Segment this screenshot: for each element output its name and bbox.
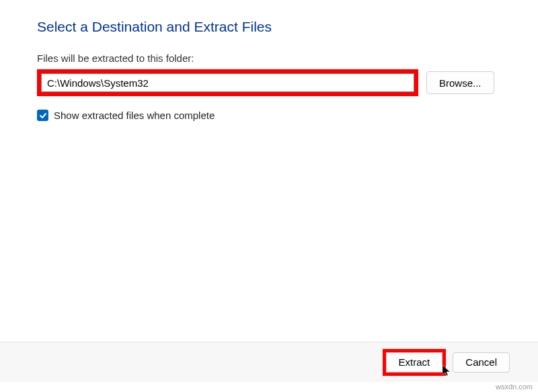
cancel-button[interactable]: Cancel [453, 352, 510, 373]
path-label: Files will be extracted to this folder: [37, 52, 501, 64]
path-input-highlight [37, 69, 418, 96]
destination-path-input[interactable] [41, 73, 414, 92]
path-row: Browse... [37, 69, 501, 96]
watermark: wsxdn.com [496, 383, 533, 391]
show-extracted-row: Show extracted files when complete [37, 110, 501, 121]
check-icon [39, 112, 47, 120]
dialog-footer: Extract Cancel [0, 342, 538, 382]
browse-button[interactable]: Browse... [426, 71, 494, 94]
show-extracted-checkbox[interactable] [37, 110, 48, 121]
extract-button-highlight: Extract [383, 349, 447, 376]
page-title: Select a Destination and Extract Files [37, 19, 501, 35]
show-extracted-label[interactable]: Show extracted files when complete [54, 110, 215, 121]
extract-button[interactable]: Extract [386, 352, 443, 373]
